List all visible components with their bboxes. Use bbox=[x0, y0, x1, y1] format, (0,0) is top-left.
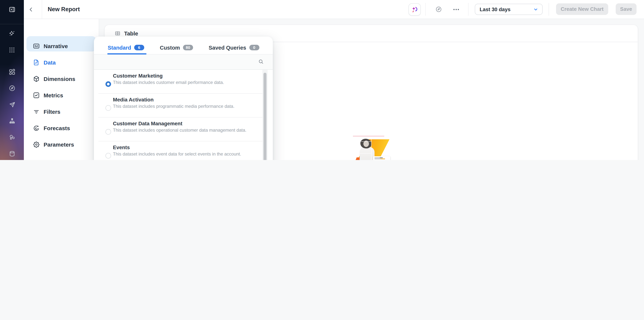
dataset-description: This dataset includes customer email per… bbox=[113, 80, 224, 85]
search-icon[interactable] bbox=[258, 59, 264, 66]
header-sep-3 bbox=[548, 3, 549, 16]
chart-block-title: Table bbox=[124, 30, 138, 36]
sidebar-item-label: Data bbox=[44, 59, 56, 66]
dataset-option-media-activation[interactable]: Media Activation This dataset includes p… bbox=[94, 94, 273, 118]
sidebar-item-label: Metrics bbox=[44, 92, 63, 98]
sidebar-item-label: Dimensions bbox=[44, 76, 75, 82]
ai-assistant-button[interactable] bbox=[408, 3, 421, 16]
header-sep-2 bbox=[468, 3, 468, 16]
more-options-icon[interactable] bbox=[453, 8, 460, 11]
sidebar-item-narrative[interactable]: Narrative bbox=[24, 38, 99, 54]
tab-custom-count: 80 bbox=[183, 45, 193, 51]
date-range-select[interactable]: Last 30 days bbox=[475, 4, 543, 15]
send-icon[interactable] bbox=[0, 99, 24, 110]
narrative-card-icon bbox=[33, 42, 40, 50]
rail-divider-top bbox=[0, 24, 24, 24]
cube-icon bbox=[33, 75, 40, 82]
report-config-sidebar: Narrative Data Dimensions Metrics Filter… bbox=[24, 19, 99, 160]
back-button[interactable] bbox=[25, 4, 36, 15]
tab-standard[interactable]: Standard 6 bbox=[108, 45, 144, 51]
ai-sparkles-icon[interactable] bbox=[0, 28, 24, 40]
dataset-selector-popup: Standard 6 Custom 80 Saved Queries 0 Cus… bbox=[94, 37, 273, 160]
dataset-option-customer-marketing[interactable]: Customer Marketing This dataset includes… bbox=[94, 70, 273, 94]
insights-studio-app: Table bbox=[0, 0, 644, 160]
app-rail bbox=[0, 0, 24, 160]
sidebar-item-parameters[interactable]: Parameters bbox=[24, 136, 99, 153]
filter-lines-icon bbox=[33, 108, 40, 115]
save-button[interactable]: Save bbox=[616, 3, 636, 15]
dataset-name: Media Activation bbox=[113, 97, 154, 103]
deco-line bbox=[353, 136, 384, 137]
report-title: New Report bbox=[48, 0, 80, 19]
tab-saved-queries-label: Saved Queries bbox=[209, 45, 246, 51]
database-icon[interactable] bbox=[0, 148, 24, 160]
dataset-name: Customer Data Management bbox=[113, 121, 182, 126]
dataset-name: Events bbox=[113, 145, 130, 150]
sidebar-item-dimensions[interactable]: Dimensions bbox=[24, 71, 99, 87]
sidebar-item-label: Narrative bbox=[44, 43, 68, 49]
dataset-option-events[interactable]: Events This dataset includes event data … bbox=[94, 141, 273, 160]
tab-saved-queries[interactable]: Saved Queries 0 bbox=[209, 45, 260, 51]
tab-custom-label: Custom bbox=[160, 45, 180, 51]
deco-crosshair-h2 bbox=[361, 141, 371, 142]
forecast-gauge-icon bbox=[33, 124, 40, 131]
dataset-option-customer-data-management[interactable]: Customer Data Management This dataset in… bbox=[94, 118, 273, 141]
tab-standard-label: Standard bbox=[108, 45, 131, 51]
dataset-description: This dataset includes programmatic media… bbox=[113, 104, 234, 109]
sidebar-item-label: Filters bbox=[44, 108, 60, 115]
radio-selected[interactable] bbox=[106, 81, 111, 87]
date-range-value: Last 30 days bbox=[480, 7, 510, 12]
dataset-description: This dataset includes operational custom… bbox=[113, 128, 246, 133]
dashboard-blocks-icon[interactable] bbox=[0, 66, 24, 78]
sidebar-item-label: Forecasts bbox=[44, 125, 70, 131]
sidebar-item-data[interactable]: Data bbox=[24, 54, 99, 71]
tab-standard-count: 6 bbox=[134, 45, 144, 51]
dataset-search-input[interactable] bbox=[99, 57, 250, 68]
chart-overlay-card bbox=[373, 156, 390, 160]
sitemap-icon[interactable] bbox=[0, 115, 24, 127]
sidebar-item-filters[interactable]: Filters bbox=[24, 103, 99, 120]
scrollbar-thumb[interactable] bbox=[264, 73, 266, 160]
compass-icon[interactable] bbox=[0, 82, 24, 94]
header-sep-1 bbox=[425, 3, 426, 16]
tab-custom[interactable]: Custom 80 bbox=[160, 45, 193, 51]
tab-saved-queries-count: 0 bbox=[249, 45, 259, 51]
dataset-description: This dataset includes event data for sel… bbox=[113, 151, 241, 157]
deco-crosshair-v bbox=[371, 138, 372, 160]
app-grid-icon[interactable] bbox=[0, 44, 24, 56]
welcome-illustration bbox=[350, 136, 392, 160]
sidebar-item-metrics[interactable]: Metrics bbox=[24, 87, 99, 103]
dataset-name: Customer Marketing bbox=[113, 73, 163, 79]
dataset-list: Customer Marketing This dataset includes… bbox=[94, 70, 273, 160]
clusters-icon[interactable] bbox=[0, 131, 24, 143]
deco-crosshair-h bbox=[356, 153, 371, 154]
sidebar-item-label: Parameters bbox=[44, 141, 74, 148]
collapse-panel-icon[interactable] bbox=[0, 3, 24, 15]
deco-node-circle bbox=[354, 151, 358, 156]
sidebar-item-forecasts[interactable]: Forecasts bbox=[24, 120, 99, 136]
trend-square-icon bbox=[33, 92, 40, 99]
dataset-search-row bbox=[94, 55, 273, 70]
gear-icon bbox=[33, 141, 40, 148]
chevron-down-icon bbox=[534, 7, 538, 11]
table-icon bbox=[115, 31, 120, 36]
top-header bbox=[24, 0, 644, 19]
create-new-chart-button[interactable]: Create New Chart bbox=[556, 3, 608, 15]
explore-compass-icon[interactable] bbox=[435, 6, 442, 13]
radio-unselected[interactable] bbox=[106, 129, 111, 135]
dataset-tabs: Standard 6 Custom 80 Saved Queries 0 bbox=[94, 37, 273, 55]
header-divider bbox=[42, 0, 42, 19]
data-document-icon bbox=[33, 59, 40, 66]
radio-unselected[interactable] bbox=[106, 153, 111, 159]
radio-unselected[interactable] bbox=[106, 105, 111, 111]
